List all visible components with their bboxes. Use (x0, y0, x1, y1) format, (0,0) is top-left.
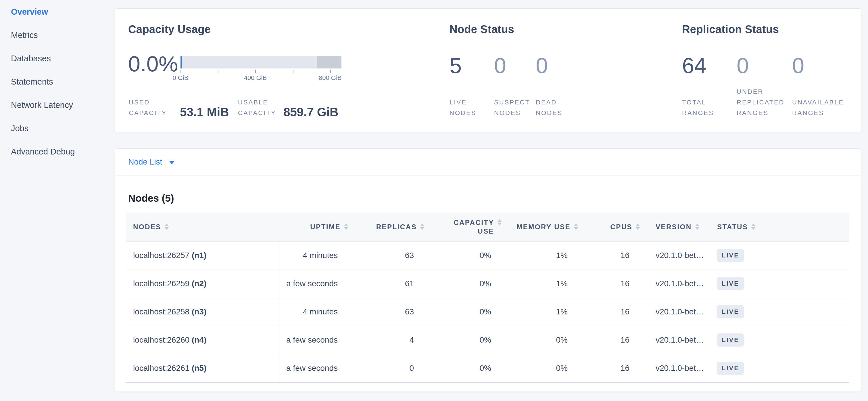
column-label: UPTIME (310, 223, 341, 231)
column-label: CAPACITY USE (448, 218, 494, 236)
figure-label: TOTAL RANGES (682, 97, 721, 118)
cell-node: localhost:26258 (n3) (126, 298, 280, 326)
chevron-down-icon (169, 161, 175, 164)
cell-version: v20.1.0-bet… (640, 326, 713, 354)
cell-capacity_use: 0% (424, 269, 501, 298)
sort-arrows-icon[interactable] (420, 224, 424, 230)
bar-tick (330, 69, 331, 74)
cell-node: localhost:26260 (n4) (126, 326, 280, 354)
column-header-cpus[interactable]: CPUS (578, 212, 640, 241)
cell-capacity_use: 0% (424, 326, 501, 354)
summary-figure: 0 SUSPECT NODES (494, 54, 536, 118)
table-row[interactable]: localhost:26259 (n2)a few seconds610%1%1… (126, 269, 849, 298)
cell-version: v20.1.0-bet… (640, 354, 713, 382)
capacity-usage-chart: 0.0% 0 GiB400 GiB800 GiB (128, 52, 447, 95)
table-row[interactable]: localhost:26257 (n1)4 minutes630%1%16v20… (126, 241, 849, 269)
capacity-bar-ticks (181, 69, 341, 74)
column-header-node[interactable]: NODES (126, 212, 280, 241)
cell-node: localhost:26261 (n5) (126, 354, 280, 382)
summary-figure: 5 LIVE NODES (450, 54, 494, 118)
used-capacity-label: USED CAPACITY (129, 97, 180, 118)
node-status-figures: 5 LIVE NODES 0 SUSPECT NODES 0 DEAD NODE… (450, 54, 668, 118)
capacity-stats: USED CAPACITY 53.1 MiB USABLE CAPACITY 8… (129, 97, 338, 118)
table-row[interactable]: localhost:26258 (n3)4 minutes630%1%16v20… (126, 298, 849, 326)
node-address: localhost:26258 (133, 307, 192, 316)
figure-value: 5 (450, 54, 494, 77)
column-header-version[interactable]: VERSION (640, 212, 713, 241)
cell-replicas: 0 (348, 354, 424, 382)
column-header-status[interactable]: STATUS (713, 212, 849, 241)
summary-figure: 0 UNDER-REPLICATED RANGES (737, 54, 792, 118)
node-list-dropdown-label[interactable]: Node List (128, 157, 162, 167)
cell-uptime: 4 minutes (280, 241, 348, 269)
sidebar-item-jobs[interactable]: Jobs (0, 120, 111, 143)
cell-status: LIVE (713, 326, 849, 354)
cell-version: v20.1.0-bet… (640, 269, 713, 298)
cell-memory_use: 0% (501, 354, 578, 382)
bar-tick (181, 69, 181, 74)
column-header-uptime[interactable]: UPTIME (280, 212, 348, 241)
cell-version: v20.1.0-bet… (640, 241, 713, 269)
figure-value: 64 (682, 54, 737, 77)
summary-figure: 0 DEAD NODES (536, 54, 573, 118)
cell-capacity_use: 0% (424, 354, 501, 382)
node-list-dropdown[interactable]: Node List (115, 149, 861, 175)
bar-tick (255, 69, 256, 74)
column-label: VERSION (656, 223, 692, 231)
figure-value: 0 (792, 54, 851, 77)
column-header-memory_use[interactable]: MEMORY USE (501, 212, 578, 241)
nodes-table: NODESUPTIMEREPLICASCAPACITY USEMEMORY US… (126, 212, 849, 382)
nodes-table-section: Nodes (5) NODESUPTIMEREPLICASCAPACITY US… (115, 175, 861, 382)
figure-label: UNDER-REPLICATED RANGES (737, 86, 790, 118)
sort-arrows-icon[interactable] (695, 224, 699, 230)
used-capacity-value: 53.1 MiB (180, 106, 238, 118)
column-label: MEMORY USE (517, 223, 570, 231)
cell-replicas: 63 (348, 298, 424, 326)
cell-replicas: 63 (348, 241, 424, 269)
sort-arrows-icon[interactable] (751, 224, 755, 230)
capacity-bar-reserved-segment (317, 56, 341, 68)
figure-value: 0 (494, 54, 536, 77)
figure-value: 0 (536, 54, 573, 77)
sort-arrows-icon[interactable] (636, 224, 640, 230)
table-row[interactable]: localhost:26260 (n4)a few seconds40%0%16… (126, 326, 849, 354)
usable-capacity-value: 859.7 GiB (283, 106, 338, 118)
replication-status-figures: 64 TOTAL RANGES 0 UNDER-REPLICATED RANGE… (682, 54, 860, 118)
sidebar-item-advanced-debug[interactable]: Advanced Debug (0, 143, 111, 167)
cell-capacity_use: 0% (424, 241, 501, 269)
node-list-card: Node List Nodes (5) NODESUPTIMEREPLICASC… (115, 148, 861, 392)
table-row[interactable]: localhost:26261 (n5)a few seconds00%0%16… (126, 354, 849, 382)
node-address: localhost:26261 (133, 364, 192, 373)
capacity-bar (181, 56, 341, 68)
sidebar-item-statements[interactable]: Statements (0, 74, 111, 97)
cell-replicas: 61 (348, 269, 424, 298)
cell-replicas: 4 (348, 326, 424, 354)
cell-cpus: 16 (578, 241, 640, 269)
cell-status: LIVE (713, 298, 849, 326)
sort-arrows-icon[interactable] (574, 224, 578, 230)
column-label: CPUS (610, 223, 632, 231)
sidebar-item-databases[interactable]: Databases (0, 50, 111, 74)
sidebar-item-network-latency[interactable]: Network Latency (0, 97, 111, 120)
cell-node: localhost:26257 (n1) (126, 241, 280, 269)
sidebar: OverviewMetricsDatabasesStatementsNetwor… (0, 0, 111, 401)
cell-status: LIVE (713, 269, 849, 298)
sort-arrows-icon[interactable] (344, 224, 348, 230)
cell-version: v20.1.0-bet… (640, 298, 713, 326)
cell-capacity_use: 0% (424, 298, 501, 326)
sort-arrows-icon[interactable] (498, 219, 501, 226)
cell-uptime: a few seconds (280, 354, 348, 382)
column-header-capacity_use[interactable]: CAPACITY USE (424, 212, 501, 241)
cell-cpus: 16 (578, 269, 640, 298)
figure-label: UNAVAILABLE RANGES (792, 97, 851, 118)
cell-node: localhost:26259 (n2) (126, 269, 280, 298)
cell-uptime: a few seconds (280, 269, 348, 298)
sort-arrows-icon[interactable] (165, 224, 169, 230)
column-header-replicas[interactable]: REPLICAS (348, 212, 424, 241)
figure-label: SUSPECT NODES (494, 97, 530, 118)
cell-cpus: 16 (578, 298, 640, 326)
sidebar-item-overview[interactable]: Overview (0, 3, 111, 27)
sidebar-item-metrics[interactable]: Metrics (0, 27, 111, 50)
cell-uptime: 4 minutes (280, 298, 348, 326)
column-label: REPLICAS (376, 223, 417, 231)
